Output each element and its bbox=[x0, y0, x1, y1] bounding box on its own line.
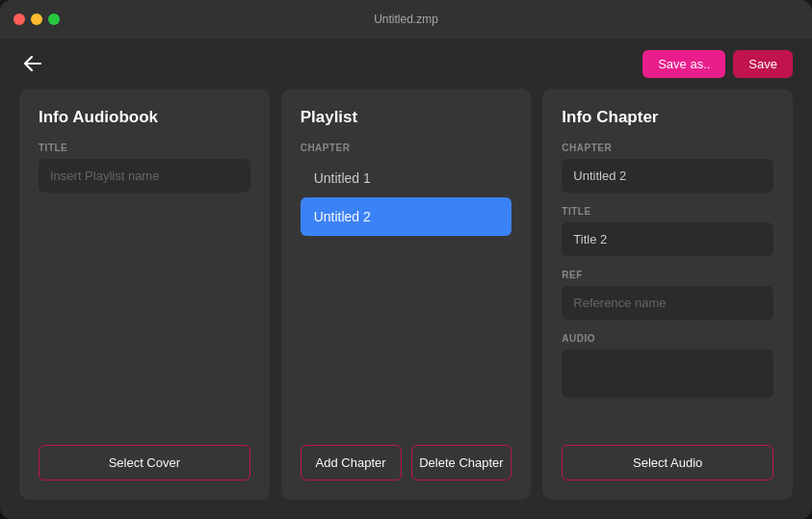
ref-input[interactable] bbox=[562, 286, 773, 320]
info-audiobook-panel: Info Audiobook TITLE Select Cover bbox=[19, 89, 270, 500]
titlebar: Untitled.zmp bbox=[0, 0, 812, 39]
save-as-button[interactable]: Save as.. bbox=[642, 50, 725, 78]
save-button[interactable]: Save bbox=[733, 50, 793, 78]
select-audio-button[interactable]: Select Audio bbox=[562, 445, 773, 480]
chapter-item[interactable]: Untitled 2 bbox=[301, 197, 512, 236]
playlist-chapter-label: CHAPTER bbox=[301, 143, 512, 153]
chapter-field-group: CHAPTER bbox=[562, 143, 773, 193]
audiobook-footer: Select Cover bbox=[39, 429, 250, 480]
chapter-footer: Select Audio bbox=[562, 429, 773, 480]
delete-chapter-button[interactable]: Delete Chapter bbox=[411, 445, 512, 480]
title-input[interactable] bbox=[562, 222, 773, 256]
ref-label: REF bbox=[562, 270, 773, 280]
title-label: TITLE bbox=[562, 206, 773, 217]
audiobook-title-input[interactable] bbox=[39, 159, 250, 193]
title-field-group: TITLE bbox=[562, 206, 773, 256]
ref-field-group: REF bbox=[562, 270, 773, 320]
audio-area bbox=[562, 350, 773, 398]
minimize-button[interactable] bbox=[31, 13, 42, 25]
audio-label: AUDIO bbox=[562, 333, 773, 344]
audio-field-group: AUDIO bbox=[562, 333, 773, 398]
playlist-panel: Playlist CHAPTER Untitled 1 Untitled 2 A… bbox=[281, 89, 532, 500]
maximize-button[interactable] bbox=[48, 13, 60, 25]
close-button[interactable] bbox=[13, 13, 25, 25]
chapter-item[interactable]: Untitled 1 bbox=[301, 159, 512, 197]
add-chapter-button[interactable]: Add Chapter bbox=[301, 445, 402, 480]
chapter-input[interactable] bbox=[562, 159, 773, 193]
info-audiobook-title: Info Audiobook bbox=[39, 108, 250, 127]
playlist-footer: Add Chapter Delete Chapter bbox=[301, 429, 512, 480]
info-chapter-panel: Info Chapter CHAPTER TITLE REF AUDIO Sel… bbox=[542, 89, 793, 500]
info-chapter-title: Info Chapter bbox=[562, 108, 773, 127]
select-cover-button[interactable]: Select Cover bbox=[39, 445, 250, 480]
back-button[interactable] bbox=[19, 52, 46, 75]
audiobook-title-label: TITLE bbox=[39, 143, 250, 153]
traffic-lights bbox=[13, 13, 60, 25]
window-title: Untitled.zmp bbox=[374, 13, 438, 26]
toolbar-right: Save as.. Save bbox=[642, 50, 793, 78]
chapter-label: CHAPTER bbox=[562, 143, 773, 153]
playlist-title: Playlist bbox=[301, 108, 512, 127]
main-content: Info Audiobook TITLE Select Cover Playli… bbox=[0, 89, 812, 519]
toolbar: Save as.. Save bbox=[0, 39, 812, 89]
chapter-list: Untitled 1 Untitled 2 bbox=[301, 159, 512, 429]
app-window: Untitled.zmp Save as.. Save Info Audiobo… bbox=[0, 0, 812, 519]
